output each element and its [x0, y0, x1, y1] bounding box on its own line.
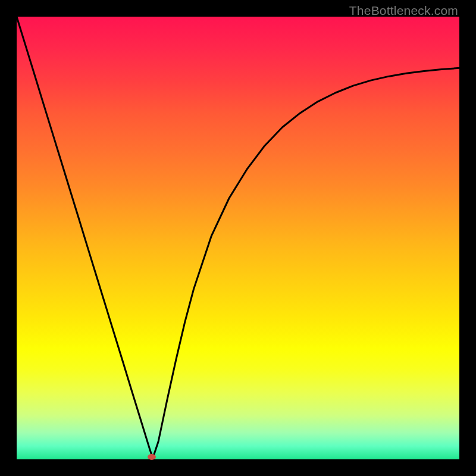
- optimal-point-marker: [148, 454, 156, 460]
- watermark-text: TheBottleneck.com: [349, 4, 458, 18]
- bottleneck-curve: [17, 17, 459, 459]
